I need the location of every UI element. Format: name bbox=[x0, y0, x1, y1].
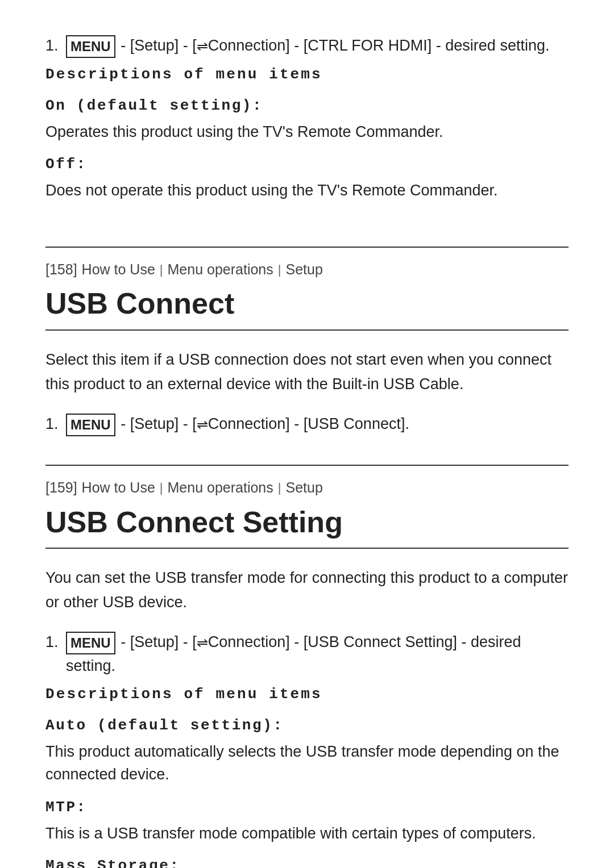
page-number-158: [158] bbox=[45, 259, 77, 281]
section-158: [158] How to Use | Menu operations | Set… bbox=[45, 259, 569, 436]
step-number: 1. bbox=[45, 34, 61, 57]
menu-badge-158: MENU bbox=[66, 414, 115, 436]
breadcrumb-158-1: How to Use bbox=[82, 259, 155, 281]
setting-mtp-label: MTP: bbox=[45, 796, 569, 819]
step-158-content: MENU - [Setup] - [⇌Connection] - [USB Co… bbox=[66, 412, 409, 436]
setting-auto-desc: This product automatically selects the U… bbox=[45, 740, 569, 786]
section-divider-158-top bbox=[45, 247, 569, 248]
title-158: USB Connect bbox=[45, 286, 569, 321]
connection-icon-159: ⇌ bbox=[197, 633, 208, 653]
descriptions-heading-159: Descriptions of menu items bbox=[45, 683, 569, 706]
descriptions-heading-top: Descriptions of menu items bbox=[45, 64, 569, 86]
breadcrumb-159-3: Setup bbox=[286, 477, 323, 499]
step-instruction: - [Setup] - [ bbox=[121, 37, 197, 54]
step-158-1: 1. MENU - [Setup] - [⇌Connection] - [USB… bbox=[45, 412, 569, 436]
setting-on-label: On (default setting): bbox=[45, 95, 569, 117]
connection-icon: ⇌ bbox=[197, 36, 208, 57]
step-159-1: 1. MENU - [Setup] - [⇌Connection] - [USB… bbox=[45, 631, 569, 677]
breadcrumb-sep1: | bbox=[160, 260, 163, 279]
breadcrumb-sep2: | bbox=[278, 260, 281, 279]
breadcrumb-158: [158] How to Use | Menu operations | Set… bbox=[45, 259, 569, 281]
breadcrumb-159-sep1: | bbox=[160, 478, 163, 497]
title-divider-159 bbox=[45, 548, 569, 549]
title-divider-158 bbox=[45, 329, 569, 331]
top-section: 1. MENU - [Setup] - [⇌Connection] - [CTR… bbox=[45, 23, 569, 229]
section-divider-159-top bbox=[45, 465, 569, 466]
connection-icon-158: ⇌ bbox=[197, 415, 208, 435]
breadcrumb-159: [159] How to Use | Menu operations | Set… bbox=[45, 477, 569, 499]
step-instruction2: Connection] - [CTRL FOR HDMI] - desired … bbox=[208, 37, 550, 54]
setting-off-desc: Does not operate this product using the … bbox=[45, 179, 569, 202]
title-159: USB Connect Setting bbox=[45, 504, 569, 540]
menu-badge: MENU bbox=[66, 35, 115, 58]
page-number-159: [159] bbox=[45, 477, 77, 499]
step-158-instr: - [Setup] - [ bbox=[121, 415, 197, 432]
setting-mtp-desc: This is a USB transfer mode compatible w… bbox=[45, 822, 569, 845]
setting-auto-label: Auto (default setting): bbox=[45, 715, 569, 737]
step-159-content: MENU - [Setup] - [⇌Connection] - [USB Co… bbox=[66, 631, 569, 677]
step-159-instr: - [Setup] - [ bbox=[121, 633, 197, 650]
step-159-number: 1. bbox=[45, 631, 61, 654]
breadcrumb-159-1: How to Use bbox=[82, 477, 155, 499]
setting-mass-label: Mass Storage: bbox=[45, 855, 569, 868]
menu-badge-159: MENU bbox=[66, 632, 115, 654]
section-158-body: Select this item if a USB connection doe… bbox=[45, 348, 569, 397]
section-159: [159] How to Use | Menu operations | Set… bbox=[45, 477, 569, 868]
setting-off-label: Off: bbox=[45, 153, 569, 176]
setting-on-desc: Operates this product using the TV's Rem… bbox=[45, 120, 569, 144]
breadcrumb-158-2: Menu operations bbox=[168, 259, 273, 281]
breadcrumb-159-sep2: | bbox=[278, 478, 281, 497]
step-158-number: 1. bbox=[45, 412, 61, 436]
breadcrumb-158-3: Setup bbox=[286, 259, 323, 281]
step-content: MENU - [Setup] - [⇌Connection] - [CTRL F… bbox=[66, 34, 549, 58]
top-step-1: 1. MENU - [Setup] - [⇌Connection] - [CTR… bbox=[45, 34, 569, 58]
section-159-body: You can set the USB transfer mode for co… bbox=[45, 566, 569, 615]
breadcrumb-159-2: Menu operations bbox=[168, 477, 273, 499]
step-158-instr2: Connection] - [USB Connect]. bbox=[208, 415, 409, 432]
